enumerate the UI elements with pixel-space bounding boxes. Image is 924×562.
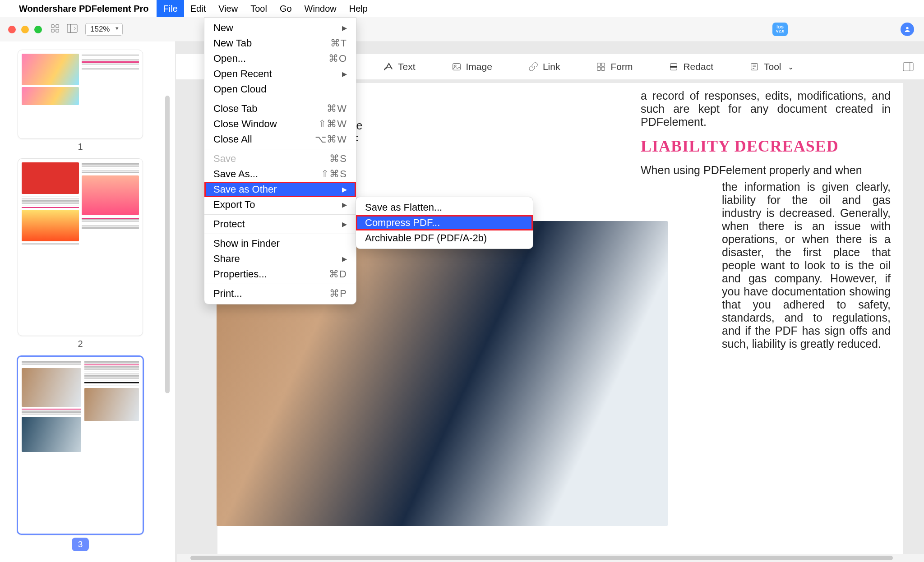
menu-item-label: Save as Flatten... [365,202,442,213]
tool-form-label: Form [610,61,633,72]
panel-toggle-icon[interactable] [902,62,914,72]
app-name[interactable]: Wondershare PDFelement Pro [19,4,148,14]
tool-image[interactable]: Image [452,61,492,72]
menu-item-label: Save As... [213,168,258,180]
current-page-badge: 3 [72,538,89,551]
menu-help[interactable]: Help [343,0,374,17]
menu-item-label: New [213,22,233,34]
menu-item-label: Close All [213,134,252,145]
svg-rect-10 [601,63,605,66]
menu-edit[interactable]: Edit [184,0,212,17]
file-menu-dropdown: NewNew Tab⌘TOpen...⌘OOpen RecentOpen Clo… [204,17,356,304]
menu-item-shortcut: ⌘P [329,288,347,299]
svg-rect-0 [51,25,54,28]
window-titlebar: 152% + iOS V2.0 [0,17,924,42]
svg-rect-3 [56,29,59,32]
menu-item-label: Open Cloud [213,83,266,95]
file-menu-new[interactable]: New [204,20,356,36]
thumbnail-sidebar: 1 2 [0,41,175,562]
sidebar-scrollbar[interactable] [165,96,170,393]
menu-item-label: Open Recent [213,68,272,80]
tool-form[interactable]: Form [596,61,633,72]
svg-rect-1 [56,25,59,28]
thumbnail-label-1: 1 [0,142,161,152]
svg-rect-9 [597,63,601,66]
svg-rect-16 [903,63,913,71]
svg-rect-14 [670,66,677,68]
user-avatar[interactable] [901,23,914,36]
view-sidebar-icon[interactable] [66,23,78,35]
menu-go[interactable]: Go [273,0,298,17]
tool-redact-label: Redact [683,61,713,72]
window-fullscreen[interactable] [34,26,42,33]
menu-item-shortcut: ⌘T [330,37,347,49]
menu-separator [204,284,356,284]
menu-item-label: Print... [213,288,242,299]
file-menu-open-cloud[interactable]: Open Cloud [204,82,356,97]
file-menu-open[interactable]: Open...⌘O [204,51,356,66]
tool-image-label: Image [466,61,492,72]
window-minimize[interactable] [21,26,29,33]
tool-redact[interactable]: Redact [669,61,713,72]
ios-badge-version: V2.0 [776,29,785,33]
text-paragraph: a record of responses, edits, modificati… [641,89,891,129]
text-paragraph: the information is given clearly, liabil… [641,180,891,350]
submenu-compress-pdf[interactable]: Compress PDF... [356,215,533,230]
tool-text[interactable]: Text [383,61,416,72]
file-menu-save-as[interactable]: Save As...⇧⌘S [204,166,356,182]
menu-window[interactable]: Window [298,0,343,17]
svg-rect-7 [453,64,460,70]
submenu-save-as-flatten[interactable]: Save as Flatten... [356,200,533,215]
menu-item-label: Save as Other [213,184,277,195]
menu-view[interactable]: View [212,0,244,17]
menu-item-shortcut: ⌘O [328,53,347,64]
thumbnail-page-2[interactable] [18,158,143,336]
menu-file[interactable]: File [157,0,184,17]
file-menu-save: Save⌘S [204,151,356,166]
menu-item-label: Open... [213,53,246,64]
menu-separator [204,214,356,215]
menu-separator [204,99,356,99]
file-menu-export-to[interactable]: Export To [204,197,356,212]
menu-item-label: Archivable PDF (PDF/A-2b) [365,232,487,244]
save-as-other-submenu: Save as Flatten...Compress PDF...Archiva… [356,197,533,249]
tool-more-label: Tool [764,61,781,72]
menu-item-label: Show in Finder [213,238,280,249]
menu-tool[interactable]: Tool [244,0,273,17]
file-menu-protect[interactable]: Protect [204,217,356,232]
file-menu-print[interactable]: Print...⌘P [204,286,356,301]
section-heading: LIABILITY DECREASED [641,137,891,156]
file-menu-close-all[interactable]: Close All⌥⌘W [204,132,356,147]
file-menu-new-tab[interactable]: New Tab⌘T [204,36,356,51]
page-column-right: a record of responses, edits, modificati… [641,89,891,554]
horizontal-scrollbar-track[interactable] [177,554,924,562]
menu-item-shortcut: ⌘W [327,103,347,115]
file-menu-show-in-finder[interactable]: Show in Finder [204,236,356,251]
thumbnail-page-1[interactable] [18,50,143,139]
menu-separator [204,149,356,149]
view-grid-icon[interactable] [50,23,60,35]
tool-link[interactable]: Link [528,61,560,72]
menu-item-label: Export To [213,199,255,211]
file-menu-close-tab[interactable]: Close Tab⌘W [204,101,356,116]
thumbnail-label-3: 3 [0,538,161,551]
thumbnail-label-2: 2 [0,339,161,349]
file-menu-share[interactable]: Share [204,251,356,267]
svg-point-6 [906,27,908,29]
menu-item-label: Share [213,253,240,265]
ios-badge[interactable]: iOS V2.0 [772,23,788,36]
thumbnail-page-3[interactable] [17,355,144,535]
file-menu-save-as-other[interactable]: Save as Other [204,182,356,197]
menu-item-label: Close Tab [213,103,257,115]
file-menu-properties[interactable]: Properties...⌘D [204,267,356,282]
window-close[interactable] [8,26,16,33]
file-menu-open-recent[interactable]: Open Recent [204,66,356,82]
menu-item-shortcut: ⌘S [329,153,347,165]
file-menu-close-window[interactable]: Close Window⇧⌘W [204,116,356,132]
menu-item-shortcut: ⌥⌘W [315,134,347,145]
zoom-selector[interactable]: 152% [85,23,123,36]
menu-item-label: New Tab [213,37,252,49]
tool-more[interactable]: Tool [749,61,794,72]
horizontal-scrollbar-thumb[interactable] [190,556,893,560]
submenu-archivable-pdf-pdf-a-2b[interactable]: Archivable PDF (PDF/A-2b) [356,230,533,246]
